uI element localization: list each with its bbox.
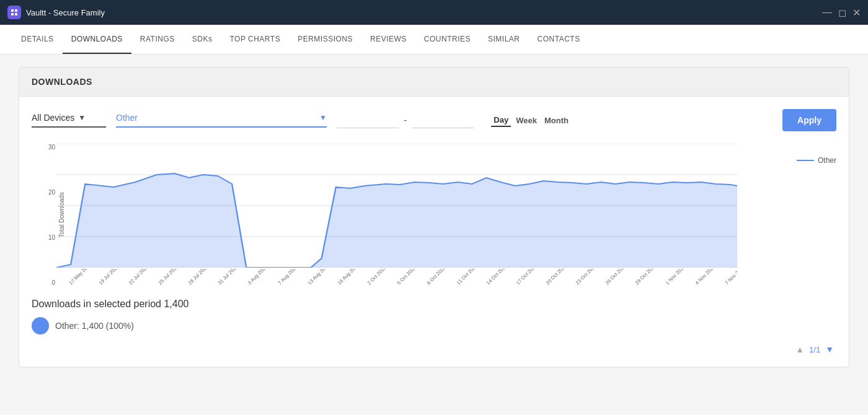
summary-dot-other bbox=[32, 317, 49, 334]
svg-rect-2 bbox=[11, 13, 14, 15]
x-label-7: 7 Aug 2020 bbox=[277, 269, 316, 306]
x-label-16: 20 Oct 2020 bbox=[545, 269, 585, 306]
x-label-6: 3 Aug 2020 bbox=[247, 269, 286, 306]
legend-line bbox=[797, 160, 814, 161]
chart-legend: Other bbox=[797, 156, 836, 165]
date-to-input[interactable]: 2021/03/16 bbox=[412, 112, 474, 128]
titlebar: Vaultt - Secure Family — ◻ ✕ bbox=[0, 0, 868, 25]
x-label-11: 5 Oct 2020 bbox=[396, 269, 436, 306]
date-range: 2020/05/13 - 2021/03/16 bbox=[337, 112, 474, 128]
store-chevron-icon: ▼ bbox=[319, 113, 327, 122]
prev-page-button[interactable]: ▲ bbox=[795, 344, 804, 354]
x-label-3: 25 Jul 2020 bbox=[157, 269, 197, 306]
period-day-button[interactable]: Day bbox=[491, 114, 511, 127]
legend-label: Other bbox=[818, 156, 836, 165]
titlebar-title: Vaultt - Secure Family bbox=[26, 8, 105, 17]
period-buttons: Day Week Month bbox=[491, 114, 571, 127]
store-filter[interactable]: Other ▼ bbox=[116, 113, 327, 128]
chart-container: 30 20 10 0 Total Downloads bbox=[32, 144, 836, 286]
x-label-19: 29 Oct 2020 bbox=[634, 269, 674, 306]
y-axis-labels: 30 20 10 0 bbox=[35, 144, 59, 286]
svg-rect-1 bbox=[15, 9, 17, 12]
summary-item-0: Other: 1,400 (100%) bbox=[32, 317, 836, 334]
page-info: 1/1 bbox=[809, 345, 820, 354]
y-label-10: 10 bbox=[48, 234, 55, 241]
device-filter-label: All Devices bbox=[32, 113, 74, 123]
nav-downloads[interactable]: DOWNLOADS bbox=[63, 25, 131, 54]
chart-svg bbox=[56, 144, 737, 268]
nav-sdks[interactable]: SDKs bbox=[184, 25, 221, 54]
downloads-title: DOWNLOADS bbox=[32, 77, 92, 87]
maximize-icon[interactable]: ◻ bbox=[838, 7, 846, 19]
next-page-button[interactable]: ▼ bbox=[825, 344, 834, 354]
device-filter[interactable]: All Devices ▼ bbox=[32, 113, 106, 128]
downloads-header: DOWNLOADS bbox=[19, 68, 849, 97]
x-label-14: 14 Oct 2020 bbox=[485, 269, 525, 306]
filter-row: All Devices ▼ Other ▼ 2020/05/13 - 2021/… bbox=[32, 109, 836, 131]
navbar: DETAILS DOWNLOADS RATINGS SDKs TOP CHART… bbox=[0, 25, 868, 55]
date-separator: - bbox=[404, 115, 407, 126]
y-label-20: 20 bbox=[48, 189, 55, 196]
app-icon bbox=[7, 6, 21, 19]
titlebar-left: Vaultt - Secure Family bbox=[7, 6, 105, 19]
y-label-0: 0 bbox=[51, 279, 55, 286]
x-label-0: 17 May 2020 bbox=[68, 269, 108, 306]
x-label-9: 16 Aug 2020 bbox=[336, 269, 376, 306]
nav-similar[interactable]: SIMILAR bbox=[479, 25, 529, 54]
svg-rect-3 bbox=[15, 13, 17, 15]
y-label-30: 30 bbox=[48, 144, 55, 151]
period-week-button[interactable]: Week bbox=[513, 114, 539, 127]
x-label-15: 17 Oct 2020 bbox=[515, 269, 555, 306]
apply-button[interactable]: Apply bbox=[782, 109, 836, 131]
svg-rect-0 bbox=[11, 9, 14, 12]
x-label-10: 2 Oct 2020 bbox=[366, 269, 406, 306]
x-axis-labels: 17 May 2020 19 Jul 2020 22 Jul 2020 25 J… bbox=[63, 269, 737, 306]
nav-top-charts[interactable]: TOP CHARTS bbox=[221, 25, 289, 54]
nav-details[interactable]: DETAILS bbox=[12, 25, 63, 54]
x-label-12: 8 Oct 2020 bbox=[426, 269, 466, 306]
nav-reviews[interactable]: REVIEWS bbox=[361, 25, 415, 54]
date-from-input[interactable]: 2020/05/13 bbox=[337, 112, 399, 128]
x-label-1: 19 Jul 2020 bbox=[98, 269, 138, 306]
minimize-icon[interactable]: — bbox=[822, 7, 832, 19]
nav-countries[interactable]: COUNTRIES bbox=[415, 25, 479, 54]
close-icon[interactable]: ✕ bbox=[852, 7, 861, 19]
period-month-button[interactable]: Month bbox=[542, 114, 571, 127]
x-label-21: 4 Nov 2020 bbox=[694, 269, 733, 306]
x-label-13: 11 Oct 2020 bbox=[456, 269, 495, 306]
chart-svg-container bbox=[56, 144, 737, 268]
x-label-4: 28 Jul 2020 bbox=[187, 269, 227, 306]
downloads-card: DOWNLOADS All Devices ▼ Other ▼ 2020/05/… bbox=[19, 67, 849, 367]
main-content: DOWNLOADS All Devices ▼ Other ▼ 2020/05/… bbox=[0, 55, 868, 415]
device-chevron-icon: ▼ bbox=[78, 113, 86, 122]
x-label-8: 13 Aug 2020 bbox=[306, 269, 346, 306]
x-label-20: 1 Nov 2020 bbox=[664, 269, 704, 306]
x-label-18: 26 Oct 2020 bbox=[604, 269, 644, 306]
x-label-17: 23 Oct 2020 bbox=[575, 269, 614, 306]
downloads-body: All Devices ▼ Other ▼ 2020/05/13 - 2021/… bbox=[19, 97, 849, 367]
x-label-2: 22 Jul 2020 bbox=[128, 269, 167, 306]
x-label-5: 31 Jul 2020 bbox=[217, 269, 257, 306]
nav-contacts[interactable]: CONTACTS bbox=[529, 25, 589, 54]
titlebar-controls: — ◻ ✕ bbox=[822, 7, 861, 19]
nav-permissions[interactable]: PERMISSIONS bbox=[289, 25, 361, 54]
summary-item-label-0: Other: 1,400 (100%) bbox=[55, 321, 134, 331]
pagination: ▲ 1/1 ▼ bbox=[32, 344, 836, 354]
nav-ratings[interactable]: RATINGS bbox=[131, 25, 184, 54]
store-filter-label: Other bbox=[116, 113, 316, 123]
